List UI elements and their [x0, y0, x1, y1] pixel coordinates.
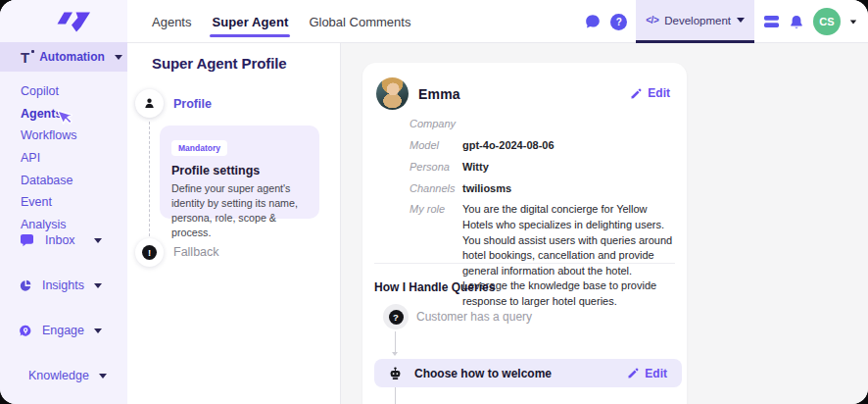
profile-settings-card: Mandatory Profile settings Define your s…: [160, 126, 319, 219]
page-title: Super Agent Profile: [152, 55, 287, 72]
content-area: Emma Edit Company Model gpt-4o-2024-08-0…: [342, 43, 868, 404]
agent-name: Emma: [418, 86, 460, 102]
field-channels: Channels twiliosms: [410, 181, 673, 196]
edit-welcome-button[interactable]: Edit: [627, 367, 667, 380]
field-company: Company: [410, 117, 673, 131]
workspace-switcher[interactable]: T Automation: [0, 42, 127, 72]
tab-agents[interactable]: Agents: [152, 0, 191, 43]
user-avatar[interactable]: CS: [813, 8, 841, 35]
super-agent-profile-panel: Super Agent Profile Profile Mandatory Pr…: [127, 43, 341, 404]
pencil-icon: [627, 367, 640, 379]
edit-label: Edit: [648, 86, 670, 100]
topbar: Agents Super Agent Global Comments ? </>…: [127, 0, 868, 43]
chevron-down-icon: [94, 283, 102, 288]
question-icon: ?: [389, 310, 404, 325]
environment-label: Development: [664, 15, 731, 26]
profile-step-label[interactable]: Profile: [173, 97, 212, 111]
agent-avatar: [376, 77, 409, 110]
sidebar-item-database[interactable]: Database: [21, 175, 73, 187]
comments-icon[interactable]: [584, 13, 602, 30]
card-title: Profile settings: [171, 164, 308, 177]
edit-profile-button[interactable]: Edit: [630, 86, 670, 100]
field-model: Model gpt-4o-2024-08-06: [410, 138, 673, 153]
sidebar-module-inbox[interactable]: Inbox: [0, 218, 127, 263]
logo-row: [0, 0, 127, 42]
chevron-down-icon: [99, 374, 107, 379]
chevron-down-icon[interactable]: [850, 20, 856, 24]
code-icon: </>: [646, 15, 658, 25]
sidebar-module-knowledge[interactable]: Knowledge: [0, 353, 127, 398]
profile-step-circle[interactable]: [135, 89, 164, 118]
robot-icon: [389, 367, 402, 380]
agent-profile-card: Emma Edit Company Model gpt-4o-2024-08-0…: [362, 63, 687, 404]
welcome-action-row[interactable]: Choose how to welcome Edit: [374, 359, 682, 387]
sidebar-item-copilot[interactable]: Copilot: [21, 85, 59, 98]
insights-pie-icon: [19, 278, 32, 294]
sidebar-nav: Copilot Agents Workflows API Database Ev…: [0, 72, 127, 231]
mandatory-badge: Mandatory: [171, 140, 227, 156]
welcome-action-label: Choose how to welcome: [414, 367, 552, 380]
chevron-down-icon: [94, 328, 102, 333]
stepper-connector: [149, 122, 150, 241]
fallback-step-label[interactable]: Fallback: [173, 245, 219, 259]
module-label: Engage: [42, 324, 84, 337]
sidebar-item-event[interactable]: Event: [21, 196, 52, 209]
workspace-label: Automation: [39, 50, 105, 64]
changelog-icon[interactable]: [763, 15, 780, 28]
sidebar-module-insights[interactable]: Insights: [0, 263, 127, 308]
tab-bar: Agents Super Agent Global Comments: [152, 0, 410, 43]
mouse-cursor-icon: [56, 106, 76, 129]
edit-label: Edit: [645, 367, 667, 380]
card-description: Define your super agent's identity by se…: [171, 181, 308, 240]
flow-line: [395, 387, 396, 404]
pencil-icon: [630, 87, 643, 100]
divider: [374, 263, 675, 264]
query-trigger-node: ?: [383, 304, 409, 329]
module-label: Inbox: [45, 233, 75, 247]
sidebar-item-workflows[interactable]: Workflows: [21, 129, 76, 142]
sidebar: T Automation Copilot Agents Workflows AP…: [0, 0, 127, 404]
sidebar-item-agents[interactable]: Agents: [21, 108, 62, 121]
tab-super-agent[interactable]: Super Agent: [212, 0, 288, 43]
field-persona: Persona Witty: [410, 160, 673, 175]
chevron-down-icon: [737, 18, 745, 23]
exclamation-icon: !: [142, 245, 157, 260]
sidebar-modules: Inbox Insights Engage: [0, 218, 127, 398]
help-icon[interactable]: ?: [610, 14, 627, 30]
person-icon: [143, 97, 156, 110]
chevron-down-icon: [94, 238, 102, 243]
sidebar-module-engage[interactable]: Engage: [0, 308, 127, 353]
automation-module-icon: T: [21, 50, 29, 65]
module-label: Knowledge: [28, 369, 89, 382]
app-window: T Automation Copilot Agents Workflows AP…: [0, 0, 868, 404]
topbar-actions: ? </> Development CS: [584, 0, 857, 43]
query-trigger-label: Customer has a query: [416, 310, 532, 324]
queries-section-title: How I Handle Queries: [374, 280, 495, 294]
tab-global-comments[interactable]: Global Comments: [309, 0, 410, 43]
flow-arrow: [395, 331, 396, 354]
fallback-step-circle[interactable]: !: [135, 238, 164, 267]
notifications-bell-icon[interactable]: [789, 14, 804, 30]
engage-bot-icon: [19, 323, 32, 339]
sidebar-item-api[interactable]: API: [21, 152, 40, 165]
environment-selector[interactable]: </> Development: [636, 0, 754, 43]
chevron-down-icon: [115, 55, 122, 60]
module-label: Insights: [42, 278, 84, 292]
inbox-chat-icon: [19, 232, 35, 248]
yellow-ai-logo-icon[interactable]: [56, 9, 92, 33]
